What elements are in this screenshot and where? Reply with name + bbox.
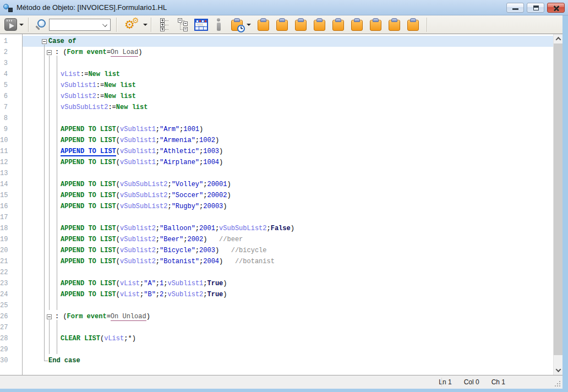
run-method-button[interactable] [4, 18, 24, 31]
code-line-18[interactable]: 18APPEND TO LIST(vSublist2;"Balloon";200… [0, 223, 553, 234]
line-number: 22 [0, 269, 8, 276]
restore-button[interactable] [527, 3, 544, 13]
line-number: 14 [0, 181, 8, 188]
window-title: Método de Objeto: [INVOICES].Formulario1… [17, 3, 167, 12]
code-area[interactable]: 1Case of2: (Form event=On Load)34vList:=… [0, 34, 553, 375]
expand-all-button[interactable] [160, 18, 171, 31]
editor-area: 1Case of2: (Form event=On Load)34vList:=… [0, 34, 562, 375]
search-combobox[interactable] [49, 19, 111, 31]
line-number: 8 [0, 115, 8, 122]
macros-button[interactable] [231, 18, 251, 31]
code-line-20[interactable]: 20APPEND TO LIST(vSublist2;"Bicycle";200… [0, 245, 553, 256]
line-number: 12 [0, 159, 8, 166]
code-line-14[interactable]: 14APPEND TO LIST(vSubSubList2;"Volley";2… [0, 179, 553, 190]
clipboard-2-button[interactable] [276, 18, 288, 31]
line-number: 30 [0, 357, 8, 364]
object-method-icon [3, 3, 13, 12]
info-icon [216, 18, 221, 31]
line-number: 20 [0, 247, 8, 254]
code-line-21[interactable]: 21APPEND TO LIST(vSublist2;"Botanist";20… [0, 256, 553, 267]
code-line-22[interactable]: 22 [0, 267, 553, 278]
clipboard-9-button[interactable] [407, 18, 419, 31]
code-line-30[interactable]: 30End case [0, 355, 553, 366]
clipboard-6-button[interactable] [351, 18, 363, 31]
status-character: Ch 1 [491, 378, 505, 386]
form-icon [194, 19, 208, 31]
scroll-up-arrow-icon[interactable] [554, 34, 562, 43]
toolbar-separator [151, 18, 151, 32]
scrollbar-thumb[interactable] [554, 43, 562, 355]
code-line-15[interactable]: 15APPEND TO LIST(vSubSubList2;"Soccer";2… [0, 190, 553, 201]
code-line-11[interactable]: 11APPEND TO LIST(vSublist1;"Athletic";10… [0, 146, 553, 157]
code-line-13[interactable]: 13 [0, 168, 553, 179]
run-method-icon [4, 18, 17, 31]
line-number: 18 [0, 225, 8, 232]
line-number: 27 [0, 324, 8, 331]
code-line-27[interactable]: 27 [0, 322, 553, 333]
clipboard-3-button[interactable] [295, 18, 307, 31]
toolbar-separator [427, 18, 427, 32]
method-options-button[interactable]: ⚙⚙ [124, 18, 148, 32]
code-line-12[interactable]: 12APPEND TO LIST(vSublist1;"Airplane";10… [0, 157, 553, 168]
toolbar-separator [28, 18, 29, 32]
goto-form-button[interactable] [194, 19, 208, 31]
code-line-24[interactable]: 24APPEND TO LIST(vList;"B";2;vSublist2;T… [0, 289, 553, 300]
code-line-25[interactable]: 25 [0, 300, 553, 311]
line-number: 15 [0, 192, 8, 199]
line-number: 1 [0, 37, 8, 45]
restore-icon [533, 6, 539, 10]
code-line-17[interactable]: 17 [0, 212, 553, 223]
clipboard-7-button[interactable] [370, 18, 381, 31]
line-number: 7 [0, 104, 8, 111]
fold-toggle-line-1[interactable] [42, 39, 47, 44]
line-number: 6 [0, 92, 8, 100]
code-line-5[interactable]: 5vSublist1:=New list [0, 80, 553, 91]
status-bar: Ln 1 Col 0 Ch 1 [0, 375, 562, 389]
options-dropdown-arrow-icon[interactable] [143, 24, 148, 26]
code-line-3[interactable]: 3 [0, 58, 553, 69]
code-line-1[interactable]: 1Case of [0, 36, 553, 47]
collapse-all-button[interactable] [178, 18, 189, 31]
macros-dropdown-arrow-icon[interactable] [247, 24, 251, 26]
minimize-button[interactable] [506, 3, 524, 13]
collapse-all-icon [178, 18, 189, 31]
code-line-7[interactable]: 7vSubSubList2:=New list [0, 102, 553, 113]
code-line-4[interactable]: 4vList:=New list [0, 69, 553, 80]
method-info-button[interactable] [216, 18, 221, 31]
search-icon[interactable] [37, 19, 46, 28]
code-line-29[interactable]: 29 [0, 344, 553, 355]
code-line-6[interactable]: 6vSublist2:=New list [0, 91, 553, 102]
line-number: 16 [0, 203, 8, 210]
code-line-2[interactable]: 2: (Form event=On Load) [0, 47, 553, 58]
code-line-9[interactable]: 9APPEND TO LIST(vSublist1;"Arm";1001) [0, 124, 553, 135]
clipboard-4-button[interactable] [314, 18, 325, 31]
code-line-8[interactable]: 8 [0, 113, 553, 124]
code-line-16[interactable]: 16APPEND TO LIST(vSubSubList2;"Rugby";20… [0, 201, 553, 212]
code-lines: 1Case of2: (Form event=On Load)34vList:=… [0, 36, 553, 366]
fold-toggle-line-26[interactable] [47, 314, 52, 319]
run-dropdown-arrow-icon[interactable] [19, 24, 24, 26]
line-number: 25 [0, 302, 8, 309]
code-line-26[interactable]: 26: (Form event=On Unload) [0, 311, 553, 322]
clipboard-1-button[interactable] [258, 18, 269, 31]
line-number: 11 [0, 148, 8, 155]
fold-toggle-line-2[interactable] [47, 50, 52, 55]
scroll-down-arrow-icon[interactable] [554, 366, 562, 375]
clipboard-8-button[interactable] [389, 18, 400, 31]
code-line-10[interactable]: 10APPEND TO LIST(vSublist1;"Armenia";100… [0, 135, 553, 146]
gears-icon: ⚙⚙ [124, 18, 141, 32]
status-divider [441, 378, 442, 386]
resize-grip[interactable] [554, 380, 560, 386]
macros-clipboard-icon [231, 18, 243, 31]
code-line-23[interactable]: 23APPEND TO LIST(vList;"A";1;vSublist1;T… [0, 278, 553, 289]
line-number: 13 [0, 170, 8, 177]
close-button[interactable] [547, 3, 565, 13]
line-number: 29 [0, 346, 8, 353]
title-bar[interactable]: Método de Objeto: [INVOICES].Formulario1… [0, 0, 568, 15]
chevron-down-icon[interactable] [102, 22, 107, 27]
code-line-28[interactable]: 28CLEAR LIST(vList;*) [0, 333, 553, 344]
clipboard-5-button[interactable] [332, 18, 344, 31]
vertical-scrollbar[interactable] [553, 34, 562, 375]
code-line-19[interactable]: 19APPEND TO LIST(vSublist2;"Beer";2002) … [0, 234, 553, 245]
line-number: 3 [0, 59, 8, 67]
